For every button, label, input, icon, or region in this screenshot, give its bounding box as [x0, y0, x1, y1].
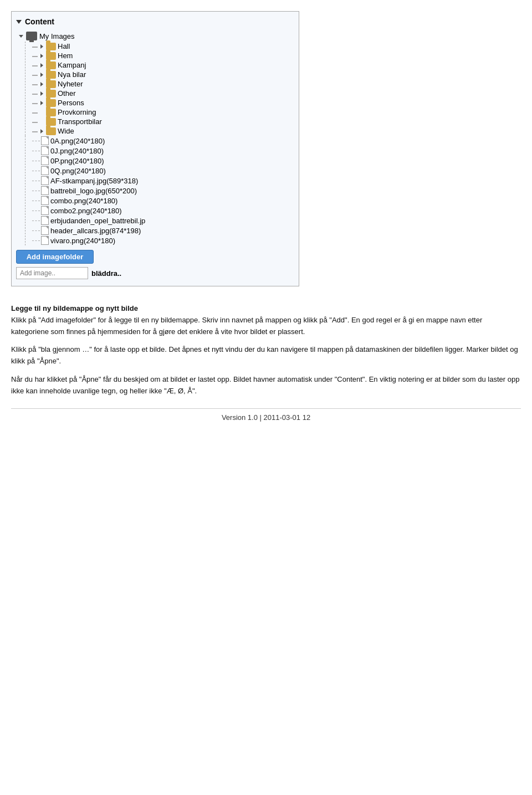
list-item: 0P.png(240*180) — [41, 156, 294, 166]
tree-node-nyheter: Nyheter — [39, 79, 294, 89]
file-icon — [41, 206, 49, 215]
folder-icon — [46, 52, 56, 60]
expand-icon[interactable] — [39, 63, 44, 68]
tree-node-kampanj: Kampanj — [39, 60, 294, 70]
list-item: header_allcars.jpg(874*198) — [41, 225, 294, 235]
add-image-input[interactable] — [16, 267, 88, 279]
folder-label: Hall — [58, 42, 70, 50]
expand-icon[interactable] — [39, 91, 44, 96]
file-label: combo2.png(240*180) — [50, 207, 122, 215]
footer: Version 1.0 | 2011-03-01 12 — [11, 408, 521, 422]
expand-icon[interactable] — [39, 100, 44, 106]
tree-node-persons: Persons — [39, 98, 294, 107]
expand-icon[interactable] — [39, 44, 44, 49]
folder-label: Persons — [58, 99, 84, 107]
arrow-right-icon — [40, 129, 43, 134]
folders-list: Hall Hem Kampanj — [25, 42, 294, 136]
file-label: header_allcars.jpg(874*198) — [50, 227, 141, 235]
file-label: 0J.png(240*180) — [50, 147, 104, 155]
arrow-right-icon — [40, 101, 43, 105]
expand-icon[interactable] — [39, 129, 44, 134]
tree-node-hall: Hall — [39, 42, 294, 51]
arrow-down-icon — [19, 35, 23, 38]
file-icon — [41, 236, 49, 245]
body-paragraph-2: Klikk på "bla gjennom …" for å laste opp… — [11, 344, 521, 367]
tree-node-wide: Wide — [39, 126, 294, 136]
arrow-right-icon — [40, 82, 43, 86]
folder-icon — [46, 90, 56, 98]
list-item: battrebil_logo.jpg(650*200) — [41, 186, 294, 196]
list-item: combo2.png(240*180) — [41, 206, 294, 216]
expand-icon[interactable] — [39, 72, 44, 78]
arrow-right-icon — [40, 44, 43, 49]
add-image-row: bläddra.. — [16, 267, 294, 279]
file-icon — [41, 226, 49, 235]
arrow-right-icon — [40, 91, 43, 96]
browse-button[interactable]: bläddra.. — [91, 269, 121, 278]
tree-node-provkorning: Provkorning — [39, 107, 294, 117]
tree-node-transportbilar: Transportbilar — [39, 117, 294, 126]
body-heading: Legge til ny bildemappe og nytt bilde — [11, 304, 138, 312]
folder-icon — [46, 71, 56, 79]
footer-text: Version 1.0 | 2011-03-01 12 — [222, 413, 310, 422]
file-label: battrebil_logo.jpg(650*200) — [50, 187, 137, 195]
folder-icon — [46, 80, 56, 88]
files-list: 0A.png(240*180) 0J.png(240*180) 0P.png(2… — [25, 136, 294, 245]
expand-icon[interactable] — [39, 119, 44, 125]
folder-label: Wide — [58, 127, 74, 135]
file-icon — [41, 156, 49, 165]
arrow-right-icon — [40, 73, 43, 77]
list-item: 0J.png(240*180) — [41, 146, 294, 156]
list-item: 0A.png(240*180) — [41, 136, 294, 146]
computer-icon — [26, 32, 37, 40]
list-item: erbjudanden_opel_battrebil.jp — [41, 216, 294, 225]
file-label: 0Q.png(240*180) — [50, 167, 106, 175]
expand-icon[interactable] — [39, 81, 44, 87]
file-label: 0P.png(240*180) — [50, 157, 104, 165]
body-paragraph-3: Når du har klikket på "Åpne" får du besk… — [11, 374, 521, 397]
bottom-controls: Add imagefolder bläddra.. — [16, 250, 294, 279]
expand-icon[interactable] — [18, 33, 24, 39]
folder-label: Provkorning — [58, 108, 96, 116]
folder-label: Hem — [58, 52, 73, 60]
file-icon — [41, 166, 49, 175]
tree-node-nya-bilar: Nya bilar — [39, 70, 294, 79]
file-label: AF-stkampanj.jpg(589*318) — [50, 177, 138, 185]
file-label: 0A.png(240*180) — [50, 137, 105, 145]
add-imagefolder-button[interactable]: Add imagefolder — [16, 250, 94, 264]
file-icon — [41, 216, 49, 225]
file-icon — [41, 196, 49, 205]
folder-label: Kampanj — [58, 61, 86, 69]
expand-icon[interactable] — [39, 53, 44, 59]
folder-icon — [46, 43, 56, 50]
collapse-arrow-icon[interactable] — [16, 20, 22, 24]
list-item: vivaro.png(240*180) — [41, 235, 294, 245]
tree-node-other: Other — [39, 89, 294, 98]
panel-title: Content — [25, 17, 54, 26]
tree-root: My Images Hall — [16, 30, 294, 245]
file-icon — [41, 146, 49, 155]
file-icon — [41, 136, 49, 145]
folder-label: Transportbilar — [58, 117, 102, 126]
body-paragraph-1: Klikk på "Add imagefolder" for å legge t… — [11, 316, 482, 336]
expand-icon[interactable] — [39, 110, 44, 115]
file-icon — [41, 176, 49, 185]
list-item: combo.png(240*180) — [41, 196, 294, 206]
body-text-section: Legge til ny bildemappe og nytt bilde Kl… — [11, 303, 521, 397]
body-intro: Legge til ny bildemappe og nytt bilde Kl… — [11, 303, 521, 337]
folder-icon — [46, 127, 56, 135]
tree-node-hem: Hem — [39, 51, 294, 60]
file-icon — [41, 186, 49, 195]
my-images-row[interactable]: My Images — [18, 30, 294, 42]
file-label: combo.png(240*180) — [50, 197, 117, 205]
folder-label: Nyheter — [58, 80, 83, 88]
folder-label: Nya bilar — [58, 70, 86, 79]
folder-icon — [46, 118, 56, 126]
panel-header: Content — [16, 17, 294, 26]
file-label: erbjudanden_opel_battrebil.jp — [50, 217, 145, 225]
my-images-label: My Images — [39, 32, 75, 40]
folder-icon — [46, 109, 56, 116]
folder-icon — [46, 61, 56, 69]
folder-label: Other — [58, 89, 76, 98]
arrow-right-icon — [40, 63, 43, 68]
